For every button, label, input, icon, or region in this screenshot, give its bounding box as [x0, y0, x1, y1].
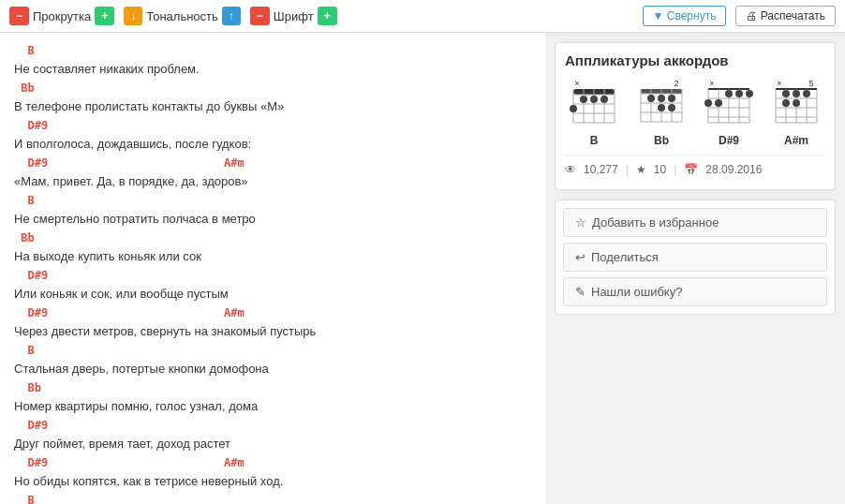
- svg-text:×: ×: [777, 79, 781, 88]
- font-label: Шрифт: [274, 9, 314, 23]
- sep1: |: [626, 163, 629, 176]
- svg-point-26: [647, 95, 655, 102]
- svg-point-63: [793, 99, 800, 107]
- chord-grid-D9: ×: [704, 78, 753, 130]
- svg-text:×: ×: [709, 79, 714, 88]
- svg-point-44: [746, 90, 753, 97]
- svg-point-59: [782, 90, 790, 97]
- share-button[interactable]: ↩ Поделиться: [563, 243, 827, 272]
- svg-point-27: [658, 95, 665, 102]
- svg-point-12: [590, 96, 598, 103]
- font-group: − Шрифт +: [250, 7, 337, 25]
- scroll-group: − Прокрутка +: [9, 7, 114, 25]
- chord-grid-Bb: 2: [637, 78, 686, 130]
- svg-point-14: [570, 105, 577, 112]
- print-button[interactable]: 🖨 Распечатать: [735, 6, 836, 26]
- toolbar: − Прокрутка + ↓ Тональность ↑ − Шрифт + …: [0, 0, 845, 33]
- svg-point-42: [725, 90, 733, 97]
- chord-diagram-B[interactable]: ×: [570, 78, 618, 147]
- tonality-group: ↓ Тональность ↑: [124, 7, 241, 25]
- tonality-up-button[interactable]: ↑: [222, 7, 241, 25]
- scroll-minus-button[interactable]: −: [9, 7, 29, 25]
- svg-point-61: [803, 90, 810, 97]
- right-panel: Аппликатуры аккордов ×: [545, 33, 845, 504]
- favorite-button[interactable]: ☆ Добавить в избранное: [563, 208, 827, 237]
- lyric-line: Друг поймет, время тает, доход растет: [14, 435, 531, 454]
- font-plus-button[interactable]: +: [318, 7, 337, 25]
- chord-line: D#9 A#m: [14, 304, 531, 322]
- chord-grid-Am: × 5: [772, 78, 821, 130]
- svg-text:2: 2: [674, 79, 678, 88]
- chord-line: D#9: [14, 117, 531, 135]
- chord-line: B: [14, 192, 531, 210]
- svg-text:5: 5: [808, 79, 813, 88]
- svg-point-11: [580, 96, 587, 103]
- chord-name-Bb: Bb: [654, 134, 669, 147]
- tonality-down-button[interactable]: ↓: [124, 7, 142, 25]
- favorite-label: Добавить в избранное: [592, 215, 719, 230]
- chord-line: Bb: [14, 80, 531, 97]
- error-icon: ✎: [575, 285, 586, 299]
- favorites-count: 10: [654, 163, 666, 176]
- main-layout: BНе составляет никаких проблем. BbВ теле…: [0, 33, 845, 504]
- scroll-plus-button[interactable]: +: [95, 7, 114, 25]
- chord-line: D#9 A#m: [14, 454, 531, 472]
- chord-line: B: [14, 42, 531, 60]
- lyric-line: И вполголоса, дождавшись, после гудков:: [14, 135, 531, 155]
- lyric-line: В телефоне пролистать контакты до буквы …: [14, 97, 531, 117]
- chord-diagram-Bb[interactable]: 2: [637, 78, 686, 147]
- chord-diagram-D9[interactable]: ×: [704, 78, 753, 147]
- favorites-icon: ★: [636, 163, 646, 176]
- chord-name-Am: A#m: [784, 134, 808, 147]
- svg-point-60: [793, 90, 800, 97]
- share-label: Поделиться: [591, 250, 659, 264]
- action-buttons: ☆ Добавить в избранное ↩ Поделиться ✎ На…: [555, 200, 836, 315]
- star-icon: ☆: [575, 215, 586, 230]
- chord-diagrams-box: Аппликатуры аккордов ×: [555, 42, 836, 190]
- svg-point-29: [658, 104, 665, 111]
- date-value: 28.09.2016: [705, 163, 762, 176]
- toolbar-right: ▼ Свернуть 🖨 Распечатать: [643, 6, 836, 26]
- lyric-line: Но обиды копятся, как в тетрисе неверный…: [14, 472, 531, 492]
- error-label: Нашли ошибку?: [591, 285, 682, 299]
- scroll-label: Прокрутка: [33, 9, 91, 23]
- svg-point-30: [668, 104, 675, 111]
- chord-diagram-Am[interactable]: × 5: [772, 78, 821, 147]
- svg-point-62: [782, 99, 790, 107]
- lyric-line: Через двести метров, свернуть на знакомы…: [14, 322, 531, 342]
- lyric-line: Не смертельно потратить полчаса в метро: [14, 210, 531, 230]
- chord-line: Bb: [14, 230, 531, 247]
- chord-diagrams-row: ×: [565, 78, 825, 147]
- chord-name-D9: D#9: [719, 134, 739, 147]
- sep2: |: [674, 163, 676, 176]
- svg-point-13: [600, 96, 608, 103]
- lyrics-panel: BНе составляет никаких проблем. BbВ теле…: [0, 33, 545, 504]
- chord-grid-B: ×: [570, 78, 618, 130]
- chord-name-B: B: [590, 134, 599, 147]
- share-icon: ↩: [575, 250, 586, 264]
- chord-line: D#9: [14, 417, 531, 435]
- chord-line: Bb: [14, 379, 531, 397]
- lyric-line: Или коньяк и сок, или вообще пустым: [14, 285, 531, 304]
- views-count: 10,277: [584, 163, 618, 176]
- lyric-line: На выходе купить коньяк или сок: [14, 247, 531, 267]
- calendar-icon: 📅: [684, 163, 698, 176]
- error-button[interactable]: ✎ Нашли ошибку?: [563, 277, 827, 306]
- lyric-line: «Мам, привет. Да, в порядке, да, здоров»: [14, 172, 531, 192]
- collapse-button[interactable]: ▼ Свернуть: [643, 6, 727, 26]
- chord-diagrams-title: Аппликатуры аккордов: [565, 52, 825, 68]
- chord-line: D#9: [14, 267, 531, 285]
- chord-line: B: [14, 342, 531, 360]
- lyric-line: Не составляет никаких проблем.: [14, 60, 531, 80]
- svg-point-28: [668, 95, 675, 102]
- lyric-line: Стальная дверь, потертые кнопки домофона: [14, 360, 531, 379]
- svg-point-43: [735, 90, 743, 97]
- tonality-label: Тональность: [146, 9, 218, 23]
- svg-text:×: ×: [574, 79, 579, 88]
- font-minus-button[interactable]: −: [250, 7, 270, 25]
- svg-point-45: [704, 99, 712, 107]
- chord-line: B: [14, 492, 531, 504]
- lyric-line: Номер квартиры помню, голос узнал, дома: [14, 397, 531, 417]
- views-icon: 👁: [565, 163, 576, 176]
- chord-line: D#9 A#m: [14, 155, 531, 172]
